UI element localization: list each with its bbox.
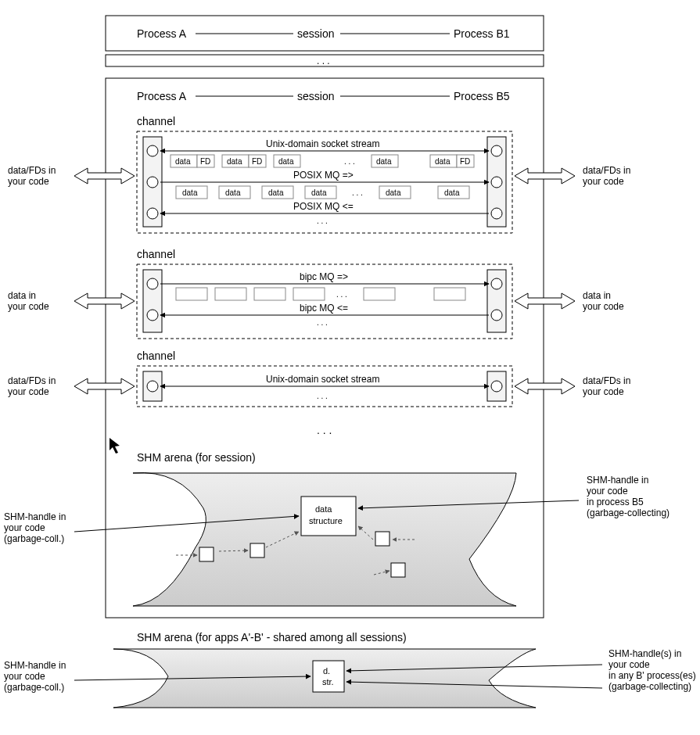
svg-text:str.: str.	[322, 677, 334, 687]
svg-text:your code: your code	[8, 176, 49, 187]
svg-text:SHM-handle in: SHM-handle in	[4, 660, 66, 671]
shm-handle-left-label: SHM-handle in your code (garbage-coll.)	[4, 511, 66, 544]
endpoint-icon	[491, 177, 502, 188]
svg-text:data/FDs in: data/FDs in	[583, 375, 630, 386]
channel-label: channel	[137, 115, 175, 127]
svg-text:SHM-handle in: SHM-handle in	[587, 475, 648, 486]
svg-text:data/FDs in: data/FDs in	[8, 165, 56, 176]
svg-rect-57	[364, 288, 395, 300]
stream-label: Unix-domain socket stream	[266, 374, 379, 385]
svg-text:data: data	[227, 157, 242, 166]
svg-text:your code: your code	[4, 522, 45, 533]
svg-text:FD: FD	[252, 157, 262, 166]
svg-text:in any B' process(es): in any B' process(es)	[608, 670, 696, 681]
proc-b5-label: Process B5	[454, 90, 510, 102]
svg-rect-79	[391, 563, 405, 577]
endpoint-icon	[147, 208, 158, 219]
session-box-b1: Process A session Process B1 . . .	[106, 16, 544, 66]
svg-rect-77	[250, 543, 264, 558]
endpoint-icon	[491, 145, 502, 156]
svg-text:your code: your code	[587, 486, 628, 497]
posix-mq-in-label: POSIX MQ <=	[293, 201, 354, 212]
svg-text:. . .: . . .	[317, 392, 328, 400]
svg-text:FD: FD	[460, 157, 470, 166]
svg-text:data/FDs in: data/FDs in	[583, 165, 630, 176]
svg-text:data: data	[444, 188, 460, 197]
svg-text:your code: your code	[583, 176, 624, 187]
svg-text:. . .: . . .	[336, 290, 347, 299]
data-structure-box	[313, 661, 344, 692]
svg-rect-78	[375, 532, 389, 546]
svg-text:data: data	[182, 188, 198, 197]
session-box-b5: Process A session Process B5 channel Uni…	[4, 78, 669, 618]
shm-handle-right-label: SHM-handle in your code in process B5 (g…	[587, 475, 669, 518]
endpoint-icon	[491, 278, 502, 289]
svg-text:data: data	[225, 188, 241, 197]
svg-text:(garbage-coll.): (garbage-coll.)	[4, 682, 64, 693]
session-label: session	[297, 90, 334, 102]
svg-text:your code: your code	[8, 386, 49, 397]
svg-text:your code: your code	[583, 386, 624, 397]
proc-a-label: Process A	[137, 90, 187, 102]
shm-handle-right-label-2: SHM-handle(s) in your code in any B' pro…	[608, 648, 696, 692]
svg-text:data: data	[315, 504, 332, 514]
svg-text:in process B5: in process B5	[587, 497, 644, 507]
svg-rect-55	[293, 288, 325, 300]
bipc-mq-out-label: bipc MQ =>	[300, 271, 348, 282]
svg-text:your code: your code	[608, 659, 650, 670]
svg-text:your code: your code	[8, 301, 49, 312]
shm-arena-shared: SHM arena (for apps A'-B' - shared among…	[74, 631, 602, 708]
endpoint-icon	[491, 208, 502, 219]
svg-rect-76	[199, 547, 214, 561]
svg-text:data: data	[175, 157, 191, 166]
svg-text:your code: your code	[4, 671, 45, 682]
svg-text:. . .: . . .	[317, 217, 328, 225]
svg-rect-53	[215, 288, 246, 300]
svg-text:data/FDs in: data/FDs in	[8, 375, 56, 386]
svg-text:. . .: . . .	[317, 318, 328, 327]
bipc-mq-in-label: bipc MQ <=	[300, 303, 348, 314]
endpoint-icon	[147, 145, 158, 156]
svg-text:SHM-handle(s) in: SHM-handle(s) in	[608, 648, 681, 659]
channel-label: channel	[137, 248, 175, 260]
dots: . . .	[317, 56, 330, 66]
svg-rect-54	[254, 288, 285, 300]
svg-text:data: data	[268, 188, 284, 197]
svg-text:structure: structure	[309, 516, 343, 525]
endpoint-icon	[147, 381, 158, 392]
svg-text:(garbage-coll.): (garbage-coll.)	[4, 533, 64, 544]
svg-text:FD: FD	[200, 157, 210, 166]
session-label: session	[297, 27, 334, 40]
proc-a-label: Process A	[137, 27, 187, 40]
endpoint-icon	[147, 177, 158, 188]
svg-text:d.: d.	[323, 666, 330, 676]
svg-text:data in: data in	[583, 290, 611, 301]
svg-text:data: data	[435, 157, 451, 166]
svg-text:(garbage-collecting): (garbage-collecting)	[587, 507, 669, 518]
endpoint-icon	[147, 310, 158, 321]
svg-text:data: data	[311, 188, 327, 197]
svg-text:data: data	[278, 157, 294, 166]
stream-label: Unix-domain socket stream	[266, 138, 379, 149]
svg-text:. . .: . . .	[352, 188, 363, 197]
svg-text:. . .: . . .	[344, 157, 355, 166]
arena-title: SHM arena (for apps A'-B' - shared among…	[137, 631, 407, 644]
svg-text:your code: your code	[583, 301, 624, 312]
arena-title: SHM arena (for session)	[137, 451, 256, 464]
dots: . . .	[317, 424, 332, 436]
svg-rect-52	[176, 288, 207, 300]
shm-handle-left-label-2: SHM-handle in your code (garbage-coll.)	[4, 660, 66, 693]
svg-text:data: data	[376, 157, 392, 166]
endpoint-icon	[491, 310, 502, 321]
posix-mq-out-label: POSIX MQ =>	[293, 170, 354, 181]
proc-b1-label: Process B1	[454, 27, 510, 40]
svg-rect-58	[434, 288, 465, 300]
endpoint-icon	[147, 278, 158, 289]
svg-text:(garbage-collecting): (garbage-collecting)	[608, 681, 691, 692]
channel-label: channel	[137, 350, 175, 362]
svg-text:SHM-handle in: SHM-handle in	[4, 511, 66, 522]
svg-text:data in: data in	[8, 290, 36, 301]
svg-text:data: data	[386, 188, 401, 197]
endpoint-icon	[491, 381, 502, 392]
